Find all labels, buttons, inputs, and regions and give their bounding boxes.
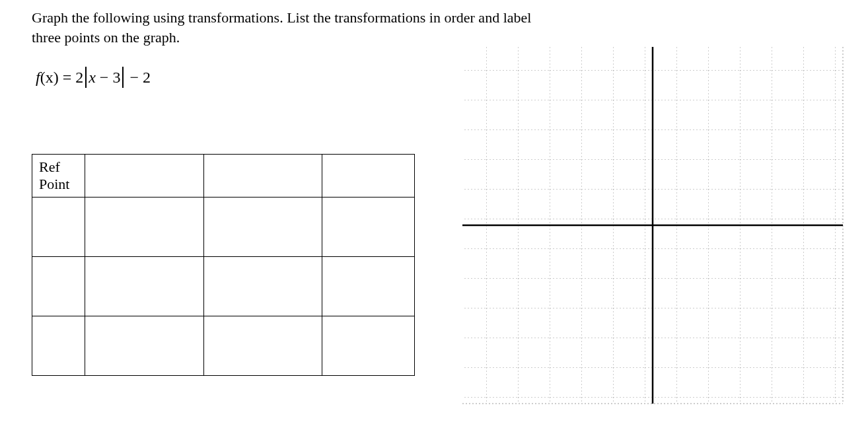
abs-bar-left (85, 67, 87, 88)
table-cell[interactable] (32, 198, 85, 257)
table-cell[interactable] (32, 257, 85, 316)
grid-svg (454, 40, 851, 410)
equation-inner: x − 3 (89, 69, 120, 87)
table-cell[interactable] (85, 198, 203, 257)
table-cell[interactable] (322, 316, 415, 376)
equation-ofx: (x) (40, 69, 59, 87)
table-cell[interactable] (32, 316, 85, 376)
equation-coef: 2 (75, 69, 83, 87)
table-cell[interactable] (203, 316, 322, 376)
table-cell[interactable] (203, 155, 322, 198)
left-column: f(x) = 2x − 3 − 2 RefPoint (32, 67, 415, 410)
equation-eq: = (59, 69, 76, 87)
instructions-line-1: Graph the following using transformation… (32, 9, 531, 26)
ref-label: RefPoint (39, 159, 69, 192)
table-row: RefPoint (32, 155, 415, 198)
table-cell[interactable] (322, 155, 415, 198)
equation: f(x) = 2x − 3 − 2 (36, 67, 415, 88)
table-header-refpoint: RefPoint (32, 155, 85, 198)
table-cell[interactable] (203, 198, 322, 257)
abs-bar-right (122, 67, 124, 88)
reference-points-table: RefPoint (32, 154, 415, 376)
content-row: f(x) = 2x − 3 − 2 RefPoint (32, 67, 836, 410)
table-cell[interactable] (322, 198, 415, 257)
table-cell[interactable] (85, 316, 203, 376)
table-row (32, 316, 415, 376)
table-cell[interactable] (203, 257, 322, 316)
instructions-line-2: three points on the graph. (32, 29, 180, 46)
table-row (32, 257, 415, 316)
equation-trailing: − 2 (126, 69, 151, 87)
equation-fx: f (36, 69, 40, 87)
table-cell[interactable] (85, 155, 203, 198)
table-row (32, 198, 415, 257)
table-cell[interactable] (85, 257, 203, 316)
table-cell[interactable] (322, 257, 415, 316)
coordinate-grid[interactable] (454, 40, 851, 410)
